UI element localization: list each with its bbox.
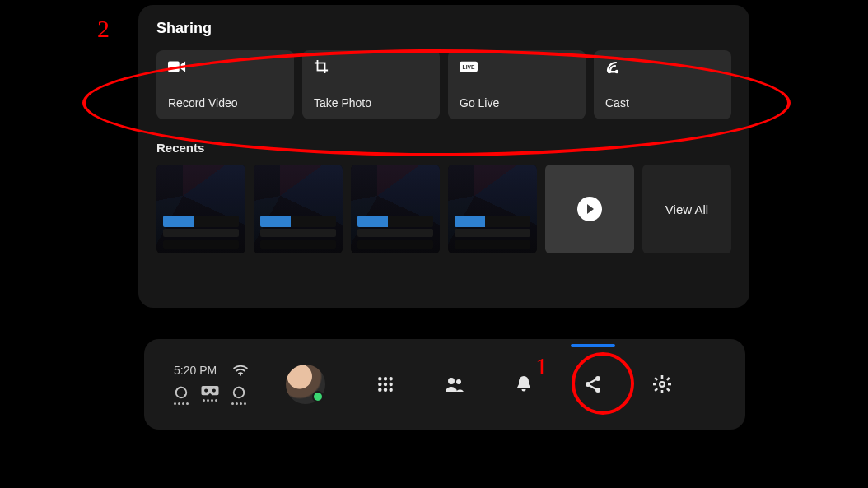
view-all-card[interactable]: View All xyxy=(642,165,731,253)
recent-thumbnail[interactable] xyxy=(254,165,343,253)
recents-row: View All xyxy=(156,165,731,253)
sharing-action-row: Record Video Take Photo LIVE Go Live Cas… xyxy=(156,50,731,119)
wifi-icon xyxy=(233,365,248,376)
svg-rect-35 xyxy=(666,388,670,392)
go-live-card[interactable]: LIVE Go Live xyxy=(448,50,586,119)
user-avatar[interactable] xyxy=(286,365,325,404)
svg-point-17 xyxy=(378,383,381,386)
svg-point-20 xyxy=(378,388,381,391)
svg-point-18 xyxy=(384,383,387,386)
people-button[interactable] xyxy=(444,374,465,395)
cast-card[interactable]: Cast xyxy=(594,50,731,119)
svg-rect-29 xyxy=(587,383,597,390)
svg-point-21 xyxy=(384,388,387,391)
svg-point-10 xyxy=(204,388,208,392)
svg-rect-0 xyxy=(168,62,180,72)
view-all-label: View All xyxy=(665,202,708,216)
record-video-label: Record Video xyxy=(168,96,282,109)
svg-point-14 xyxy=(378,377,381,380)
svg-rect-6 xyxy=(608,71,618,73)
dock-quick-row xyxy=(174,385,248,405)
svg-rect-32 xyxy=(653,383,656,386)
dock-icons xyxy=(375,374,726,395)
dock-bar: 5:20 PM xyxy=(144,339,745,430)
apps-button[interactable] xyxy=(375,374,396,395)
annotation-label-1: 1 xyxy=(535,352,548,380)
notifications-button[interactable] xyxy=(513,374,534,395)
settings-button[interactable] xyxy=(651,374,673,395)
sharing-title: Sharing xyxy=(156,20,731,37)
svg-point-24 xyxy=(456,379,461,384)
svg-point-15 xyxy=(384,377,387,380)
recent-play-card[interactable] xyxy=(545,165,634,253)
svg-point-19 xyxy=(390,383,393,386)
take-photo-card[interactable]: Take Photo xyxy=(302,50,440,119)
take-photo-icon xyxy=(314,60,332,73)
svg-point-7 xyxy=(240,374,241,376)
quick-item-controller[interactable] xyxy=(231,385,246,405)
svg-text:LIVE: LIVE xyxy=(463,64,475,70)
svg-point-23 xyxy=(448,378,455,384)
go-live-label: Go Live xyxy=(460,96,574,109)
dock-left: 5:20 PM xyxy=(174,364,248,405)
svg-point-22 xyxy=(390,388,393,391)
share-active-indicator xyxy=(571,344,615,347)
quick-item-headset[interactable] xyxy=(174,385,189,405)
take-photo-label: Take Photo xyxy=(314,96,428,109)
svg-rect-33 xyxy=(668,383,671,386)
go-live-icon: LIVE xyxy=(460,60,478,73)
sharing-panel: Sharing Record Video Take Photo LIVE Go … xyxy=(138,5,749,308)
recent-thumbnail[interactable] xyxy=(351,165,440,253)
svg-rect-1 xyxy=(318,63,325,71)
record-video-card[interactable]: Record Video xyxy=(156,50,294,119)
svg-point-16 xyxy=(390,377,393,380)
svg-rect-36 xyxy=(666,377,670,381)
svg-point-11 xyxy=(212,388,216,392)
quick-item-vr[interactable] xyxy=(200,385,220,405)
recent-thumbnail[interactable] xyxy=(448,165,537,253)
dock-status: 5:20 PM xyxy=(174,364,248,377)
svg-rect-37 xyxy=(655,388,659,392)
svg-rect-31 xyxy=(661,390,664,393)
play-icon xyxy=(577,197,602,221)
svg-rect-28 xyxy=(587,378,597,384)
recent-thumbnail[interactable] xyxy=(156,165,245,253)
cast-icon xyxy=(605,60,623,73)
annotation-label-2: 2 xyxy=(97,15,110,43)
cast-label: Cast xyxy=(605,96,720,109)
record-video-icon xyxy=(168,60,186,73)
svg-point-9 xyxy=(184,394,186,397)
dock-time: 5:20 PM xyxy=(174,364,217,377)
svg-rect-34 xyxy=(655,377,659,381)
recents-title: Recents xyxy=(156,141,731,155)
svg-rect-30 xyxy=(661,375,664,379)
svg-point-13 xyxy=(234,394,236,397)
share-button[interactable] xyxy=(582,374,604,395)
